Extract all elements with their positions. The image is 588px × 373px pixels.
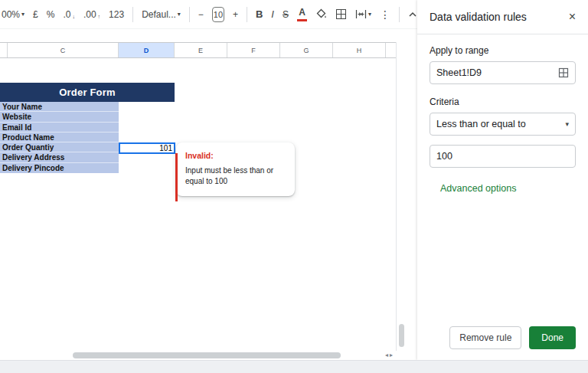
toolbar-divider — [189, 7, 190, 22]
toolbar-divider — [247, 7, 247, 22]
validation-error-tooltip: Invalid: Input must be less than or equa… — [176, 142, 295, 196]
font-family-value: Defaul... — [142, 9, 176, 20]
advanced-options-link[interactable]: Advanced options — [440, 183, 516, 194]
more-options-button[interactable]: ⋮ — [380, 8, 390, 21]
borders-grid-icon — [335, 8, 347, 20]
panel-header: Data validation rules × — [417, 0, 588, 34]
column-header-g[interactable]: G — [280, 43, 333, 57]
column-header-c[interactable]: C — [8, 43, 119, 57]
criteria-selected-value: Less than or equal to — [436, 119, 526, 129]
range-input[interactable]: Sheet1!D9 — [430, 61, 576, 84]
chevron-down-icon: ▾ — [21, 11, 24, 18]
panel-footer: Remove rule Done — [449, 326, 576, 349]
google-sheets-window: 00% ▾ £ % .0 ↓ .00 ↑ 123 Defaul... ▾ − 1… — [0, 0, 588, 373]
panel-body: Apply to range Sheet1!D9 Criteria Less t… — [417, 34, 588, 205]
remove-rule-button[interactable]: Remove rule — [449, 326, 521, 349]
form-label-cell[interactable]: Your Name — [0, 102, 119, 112]
form-label-cell[interactable]: Email Id — [0, 123, 119, 133]
column-header-d[interactable]: D — [119, 43, 175, 57]
percent-format-button[interactable]: % — [47, 9, 55, 20]
criteria-dropdown[interactable]: Less than or equal to ▾ — [430, 113, 576, 136]
column-header-partial[interactable] — [386, 43, 396, 57]
decrease-decimal-label: .0 — [63, 9, 70, 20]
horizontal-scrollbar-handle[interactable] — [73, 352, 341, 358]
order-form-title-cell[interactable]: Order Form — [0, 83, 175, 102]
increase-decimal-button[interactable]: .00 ↑ — [83, 9, 100, 20]
font-size-input[interactable]: 10 — [212, 7, 224, 22]
currency-format-button[interactable]: £ — [33, 9, 38, 20]
close-icon[interactable]: × — [569, 11, 576, 23]
panel-title: Data validation rules — [430, 11, 527, 23]
form-label-cell[interactable]: Delivery Address — [0, 152, 119, 162]
column-headers: C D E F G H — [0, 42, 396, 58]
criteria-label: Criteria — [430, 97, 576, 107]
zoom-value: 00% — [2, 9, 20, 20]
bottom-status-strip — [0, 360, 588, 373]
toolbar-divider — [132, 7, 133, 22]
data-validation-panel: Data validation rules × Apply to range S… — [417, 0, 588, 360]
toolbar: 00% ▾ £ % .0 ↓ .00 ↑ 123 Defaul... ▾ − 1… — [0, 0, 417, 29]
fill-color-button[interactable] — [315, 8, 327, 20]
active-cell-d9[interactable]: 101 — [119, 142, 175, 154]
column-header-h[interactable]: H — [333, 43, 386, 57]
strikethrough-button[interactable]: S — [283, 9, 289, 20]
sheet-grid: Order Form Your Name Website Email Id Pr… — [0, 59, 396, 351]
error-message: Input must be less than or equal to 100 — [185, 165, 282, 186]
zoom-control[interactable]: 00% ▾ — [2, 9, 24, 20]
form-label-cell[interactable]: Order Quantiy — [0, 142, 119, 152]
column-header-partial[interactable] — [0, 43, 8, 57]
text-color-button[interactable]: A — [297, 8, 307, 21]
decrease-font-size-button[interactable]: − — [198, 9, 204, 20]
form-label-column: Your Name Website Email Id Product Name … — [0, 102, 119, 173]
form-label-cell[interactable]: Delivery Pincode — [0, 163, 119, 173]
error-title: Invalid: — [185, 151, 286, 160]
merge-cells-button[interactable]: ▾ — [355, 9, 371, 19]
text-color-letter: A — [299, 8, 305, 17]
bold-button[interactable]: B — [256, 8, 263, 20]
form-label-cell[interactable]: Product Name — [0, 133, 119, 142]
column-header-e[interactable]: E — [175, 43, 227, 57]
error-accent-bar — [175, 153, 178, 201]
scroll-right-icon[interactable]: ▸ — [390, 352, 394, 358]
borders-button[interactable] — [335, 8, 347, 20]
criteria-value: 100 — [436, 151, 452, 162]
arrow-down-icon: ↓ — [72, 14, 75, 19]
select-range-grid-icon[interactable] — [558, 67, 569, 78]
apply-to-range-label: Apply to range — [430, 45, 576, 56]
horizontal-scrollbar: ◂▸ — [0, 351, 396, 360]
paint-bucket-icon — [315, 8, 327, 20]
italic-button[interactable]: I — [271, 8, 274, 20]
font-family-selector[interactable]: Defaul... ▾ — [142, 9, 181, 20]
vertical-scrollbar-handle[interactable] — [399, 324, 404, 347]
increase-font-size-button[interactable]: + — [233, 9, 238, 20]
merge-cells-icon — [355, 9, 367, 19]
text-color-swatch — [297, 19, 307, 21]
toolbar-divider — [399, 7, 400, 22]
range-value: Sheet1!D9 — [436, 67, 482, 78]
scrollbar-arrows[interactable]: ◂▸ — [385, 352, 394, 358]
done-button[interactable]: Done — [529, 326, 576, 349]
chevron-down-icon: ▾ — [178, 11, 181, 18]
chevron-down-icon: ▾ — [368, 11, 371, 18]
decrease-decimal-button[interactable]: .0 ↓ — [63, 9, 75, 20]
criteria-value-input[interactable]: 100 — [430, 145, 576, 168]
collapse-toolbar-button[interactable] — [408, 11, 417, 18]
increase-decimal-label: .00 — [83, 9, 96, 20]
number-format-button[interactable]: 123 — [109, 9, 124, 20]
spreadsheet-region: 00% ▾ £ % .0 ↓ .00 ↑ 123 Defaul... ▾ − 1… — [0, 0, 417, 360]
chevron-up-icon — [408, 11, 417, 18]
form-label-cell[interactable]: Website — [0, 112, 119, 122]
column-header-f[interactable]: F — [227, 43, 280, 57]
arrow-up-icon: ↑ — [98, 14, 101, 19]
vertical-scrollbar — [396, 42, 407, 351]
chevron-down-icon: ▾ — [565, 120, 569, 128]
